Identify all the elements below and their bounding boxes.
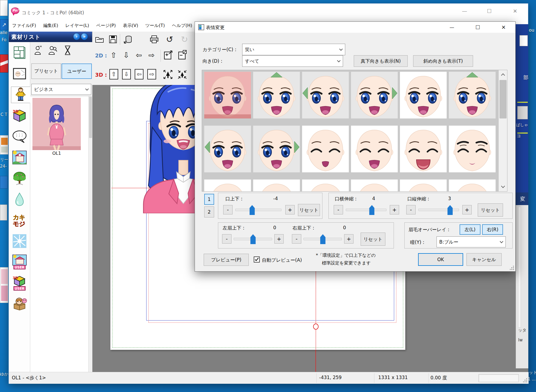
dialog-minimize-button[interactable]: — [446, 23, 458, 32]
move-down-2d-icon[interactable]: ⇩ [123, 51, 129, 59]
brow-overlay-left-button[interactable]: 左(L) [460, 224, 480, 235]
face-variant-cell[interactable] [204, 72, 251, 118]
dialog-resize-grip[interactable] [510, 266, 514, 270]
material-tab-speech-balloon-icon[interactable] [12, 128, 27, 145]
delete-character-button[interactable] [62, 44, 73, 56]
slider-knob[interactable] [250, 234, 256, 244]
panel-collapse-icon[interactable]: › [73, 33, 80, 40]
dialog-close-button[interactable]: ✕ [497, 23, 510, 32]
scroll-down-icon[interactable] [499, 183, 507, 191]
category-select[interactable]: 笑い [242, 44, 345, 55]
material-tab-effect-flash-icon[interactable] [12, 233, 27, 249]
material-tab-character-icon[interactable] [11, 87, 30, 103]
material-tab-page-layout-icon[interactable] [12, 45, 27, 61]
minimize-button[interactable]: — [458, 6, 471, 16]
cancel-button[interactable]: キャンセル [466, 253, 502, 266]
face-variant-cell[interactable] [449, 180, 496, 192]
desktop-icon-image[interactable] [0, 176, 8, 189]
mouth-width-minus-button[interactable]: - [334, 205, 343, 214]
main-titlebar[interactable]: Po! コミック 1 - コミPo! (64bit) — ☐ ✕ [9, 4, 528, 20]
brow-overlay-right-button[interactable]: 右(R) [482, 224, 503, 235]
menu-item-3[interactable]: ページ(P) [96, 23, 116, 29]
preview-button[interactable]: プレビュー(P) [204, 254, 249, 266]
scale-up-3d-icon[interactable] [163, 69, 173, 80]
undo-icon[interactable]: ↺ [164, 34, 175, 45]
face-variant-cell[interactable] [302, 72, 349, 118]
menu-item-5[interactable]: ツール(T) [145, 23, 165, 29]
material-tab-kakimoji-icon[interactable]: カキモジ [12, 212, 27, 228]
right-brow-slider[interactable] [303, 238, 342, 240]
mouth-updown-slider[interactable] [235, 209, 281, 211]
desktop-icon-image[interactable] [0, 135, 8, 154]
slider-knob[interactable] [447, 205, 453, 215]
face-variant-cell[interactable] [351, 126, 398, 172]
rotation-marker[interactable] [313, 324, 319, 330]
right-brow-minus-button[interactable]: - [292, 234, 301, 244]
face-variant-cell[interactable] [302, 180, 349, 192]
move-left-3d-icon[interactable]: ⇦ [135, 69, 143, 79]
grid-scrollbar[interactable] [498, 70, 507, 191]
mouth-width-slider[interactable] [346, 209, 386, 211]
face-variant-cell[interactable] [400, 180, 447, 192]
desktop-icon-image[interactable] [0, 54, 8, 73]
scroll-up-icon[interactable] [499, 70, 507, 79]
zoom-in-page-icon[interactable] [163, 49, 174, 60]
menu-item-4[interactable]: 表示(V) [123, 23, 138, 29]
tab-user[interactable]: ユーザー [62, 64, 92, 79]
left-brow-minus-button[interactable]: - [222, 234, 231, 244]
resize-grip[interactable] [523, 378, 527, 383]
add-character-button[interactable] [32, 44, 43, 56]
face-variant-cell[interactable] [204, 126, 251, 172]
ok-button[interactable]: OK [418, 253, 463, 266]
show-bottom-view-button[interactable]: 真下向きも表示(N) [354, 55, 408, 67]
slider-page-1-button[interactable]: 1 [204, 194, 214, 205]
open-file-icon[interactable] [95, 34, 105, 45]
face-variant-cell[interactable] [449, 72, 496, 118]
zoom-out-page-icon[interactable] [178, 49, 188, 60]
material-item-ol1[interactable] [32, 98, 81, 150]
slider-knob[interactable] [250, 205, 255, 215]
face-variant-cell[interactable] [253, 126, 300, 172]
move-down-3d-icon[interactable]: ⇩ [122, 69, 131, 79]
material-tab-comic-frame-icon[interactable] [12, 66, 27, 82]
close-button[interactable]: ✕ [509, 6, 521, 16]
face-variant-cell[interactable] [400, 126, 447, 172]
face-variant-cell[interactable] [302, 126, 349, 172]
panel-collapse-all-icon[interactable]: » [81, 33, 88, 40]
move-right-2d-icon[interactable]: ⇨ [148, 51, 155, 59]
mouth-updown-minus-button[interactable]: - [223, 205, 233, 214]
slider-knob[interactable] [320, 234, 325, 244]
mouth-height-minus-button[interactable]: - [406, 205, 416, 214]
material-category-select[interactable]: ビジネス [31, 84, 91, 95]
menu-item-0[interactable]: ファイル(F) [12, 23, 36, 29]
pupil-select[interactable]: B:ブルー [436, 236, 506, 247]
face-variant-cell[interactable] [351, 72, 398, 118]
menu-item-6[interactable]: ヘルプ(H) [172, 23, 192, 29]
export-material-icon[interactable] [123, 34, 133, 45]
move-right-3d-icon[interactable]: ⇨ [147, 69, 156, 79]
left-brow-slider[interactable] [234, 238, 272, 240]
dialog-maximize-button[interactable]: ☐ [471, 23, 484, 32]
desktop-icon-image[interactable] [0, 267, 8, 303]
redo-icon[interactable]: ↻ [179, 34, 190, 45]
material-tab-3d-item-icon[interactable]: 3D [12, 107, 27, 124]
face-variant-cell[interactable] [400, 72, 447, 118]
edit-character-button[interactable] [47, 44, 58, 56]
auto-preview-label[interactable]: 自動プレビュー(A) [262, 257, 302, 263]
left-brow-plus-button[interactable]: + [274, 234, 284, 244]
mouth-scale-reset-button[interactable]: リセット [478, 203, 503, 217]
right-brow-plus-button[interactable]: + [344, 234, 353, 244]
mouth-updown-reset-button[interactable]: リセット [298, 204, 320, 216]
material-tab-item-icon[interactable] [12, 170, 27, 187]
print-icon[interactable] [149, 34, 159, 45]
mouth-width-plus-button[interactable]: + [390, 205, 399, 214]
show-diagonal-view-button[interactable]: 斜め向きも表示(T) [413, 55, 473, 67]
panel-scrollbar[interactable] [88, 96, 92, 372]
mouth-height-plus-button[interactable]: + [462, 205, 472, 214]
move-left-2d-icon[interactable]: ⇦ [136, 51, 142, 59]
slider-page-2-button[interactable]: 2 [204, 206, 214, 217]
direction-select[interactable]: すべて [242, 55, 343, 67]
material-tab-effect-drop-icon[interactable] [12, 191, 27, 208]
brow-reset-button[interactable]: リセット [361, 233, 385, 246]
maximize-button[interactable]: ☐ [483, 6, 495, 16]
